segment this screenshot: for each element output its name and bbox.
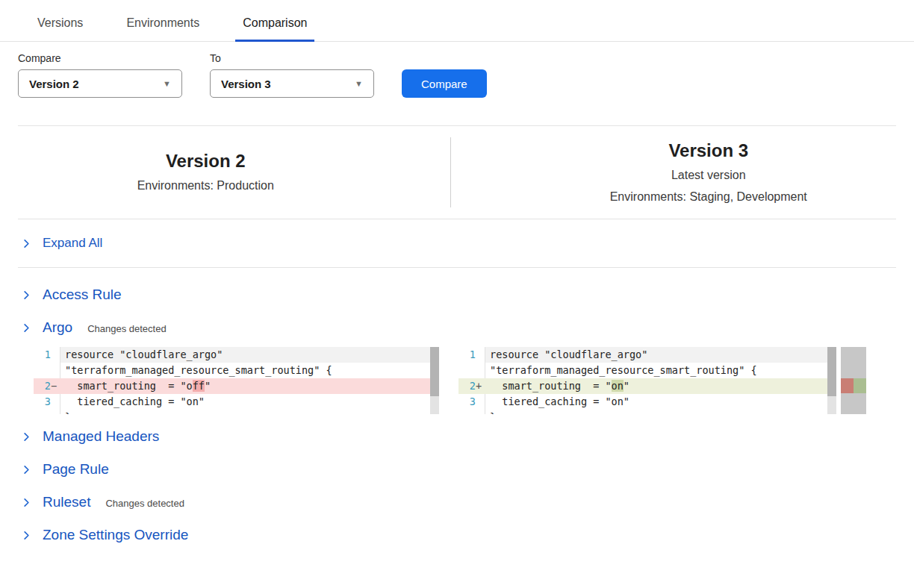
- minimap-insertion-marker: [854, 378, 866, 393]
- line-number: 3: [45, 394, 51, 410]
- code-line: 3 tiered_caching = "on": [458, 394, 827, 410]
- version-right-title: Version 3: [503, 140, 914, 162]
- compare-label: Compare: [18, 52, 182, 64]
- diff-panel-old[interactable]: 1 resource "cloudflare_argo" "terraform_…: [34, 347, 439, 414]
- line-number: 1: [470, 347, 476, 363]
- chevron-down-icon: ▼: [355, 79, 363, 88]
- argo-diff: 1 resource "cloudflare_argo" "terraform_…: [34, 347, 914, 414]
- chevron-right-icon: [21, 530, 32, 541]
- chevron-right-icon: [21, 464, 32, 475]
- section-title: Argo: [43, 319, 72, 336]
- diff-minimap[interactable]: [841, 347, 866, 414]
- minimap-deletion-marker: [841, 378, 854, 393]
- code-line: 1 resource "cloudflare_argo": [34, 347, 439, 363]
- code-line: 1 resource "cloudflare_argo": [458, 347, 827, 363]
- expand-all-label: Expand All: [43, 236, 102, 251]
- section-access-rule[interactable]: Access Rule: [0, 278, 914, 311]
- code-text: "terraform_managed_resource_smart_routin…: [485, 363, 827, 378]
- chevron-down-icon: ▼: [163, 79, 171, 88]
- version-left-title: Version 2: [0, 150, 411, 172]
- compare-to-value: Version 3: [221, 78, 271, 90]
- code-line-inserted: 2+ smart_routing = "on": [458, 378, 827, 394]
- code-text: tiered_caching = "on": [60, 394, 439, 410]
- version-right-subtitle: Latest version: [503, 166, 914, 184]
- scrollbar[interactable]: [430, 347, 439, 414]
- code-text: }: [485, 410, 827, 414]
- resource-section-list: Access Rule Argo Changes detected 1 reso…: [0, 268, 914, 551]
- chevron-right-icon: [21, 238, 32, 249]
- code-line-wrap: "terraform_managed_resource_smart_routin…: [34, 363, 439, 378]
- version-right-environments: Environments: Staging, Development: [503, 188, 914, 205]
- compare-from-select[interactable]: Version 2 ▼: [18, 69, 182, 98]
- section-title: Page Rule: [43, 461, 109, 478]
- code-line-clipped: }: [34, 410, 439, 414]
- scrollbar-thumb[interactable]: [430, 347, 439, 396]
- code-text: smart_routing = "on": [485, 378, 827, 394]
- code-text: "terraform_managed_resource_smart_routin…: [60, 363, 439, 378]
- insertion-sign: +: [476, 378, 483, 394]
- compare-form: Compare Version 2 ▼ To Version 3 ▼ Compa…: [0, 42, 914, 98]
- line-number: 3: [470, 394, 476, 410]
- chevron-right-icon: [21, 497, 32, 508]
- compare-button[interactable]: Compare: [402, 69, 487, 98]
- scrollbar[interactable]: [827, 347, 836, 414]
- section-title: Managed Headers: [43, 428, 159, 445]
- comparison-page: Versions Environments Comparison Compare…: [0, 0, 914, 588]
- code-line-clipped: }: [458, 410, 827, 414]
- line-number: 2: [45, 378, 51, 394]
- deletion-sign: −: [51, 378, 58, 394]
- section-managed-headers[interactable]: Managed Headers: [0, 420, 914, 453]
- section-title: Access Rule: [43, 287, 122, 303]
- section-argo[interactable]: Argo Changes detected: [0, 311, 914, 344]
- section-ruleset[interactable]: Ruleset Changes detected: [0, 486, 914, 519]
- code-line-deleted: 2− smart_routing = "off": [34, 378, 439, 394]
- code-line-wrap: "terraform_managed_resource_smart_routin…: [458, 363, 827, 378]
- section-title: Zone Settings Override: [43, 527, 188, 543]
- code-text: smart_routing = "off": [60, 378, 439, 394]
- inline-deletion-highlight: ff: [193, 380, 205, 392]
- compare-to-select[interactable]: Version 3 ▼: [210, 69, 374, 98]
- tab-bar: Versions Environments Comparison: [0, 0, 914, 42]
- expand-all-button[interactable]: Expand All: [0, 219, 914, 267]
- code-text: tiered_caching = "on": [485, 394, 827, 410]
- chevron-right-icon: [21, 290, 32, 301]
- tab-environments[interactable]: Environments: [119, 16, 207, 41]
- changes-detected-badge: Changes detected: [105, 495, 184, 509]
- section-zone-settings-override[interactable]: Zone Settings Override: [0, 519, 914, 551]
- version-left-header: Version 2 Environments: Production: [0, 150, 450, 194]
- code-text: resource "cloudflare_argo": [60, 347, 439, 363]
- compare-from-value: Version 2: [29, 78, 79, 90]
- chevron-right-icon: [21, 431, 32, 442]
- code-text: resource "cloudflare_argo": [485, 347, 827, 363]
- code-text: }: [60, 410, 439, 414]
- version-headers: Version 2 Environments: Production Versi…: [0, 126, 914, 219]
- section-title: Ruleset: [43, 494, 90, 510]
- tab-comparison[interactable]: Comparison: [235, 16, 314, 41]
- line-number: 1: [45, 347, 51, 363]
- code-line: 3 tiered_caching = "on": [34, 394, 439, 410]
- line-number: 2: [470, 378, 476, 394]
- scrollbar-thumb[interactable]: [827, 347, 836, 396]
- section-page-rule[interactable]: Page Rule: [0, 453, 914, 486]
- diff-panel-new[interactable]: 1 resource "cloudflare_argo" "terraform_…: [458, 347, 866, 414]
- version-right-header: Version 3 Latest version Environments: S…: [451, 140, 914, 205]
- inline-insertion-highlight: on: [612, 380, 624, 392]
- changes-detected-badge: Changes detected: [87, 321, 167, 334]
- to-label: To: [210, 52, 374, 64]
- version-left-environments: Environments: Production: [0, 177, 411, 194]
- chevron-right-icon: [21, 322, 32, 334]
- tab-versions[interactable]: Versions: [30, 16, 90, 41]
